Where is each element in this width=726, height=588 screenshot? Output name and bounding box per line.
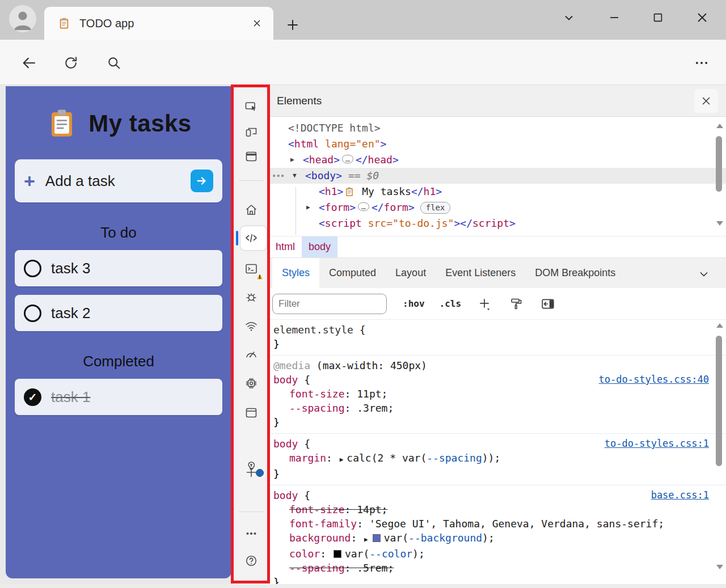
browser-frame-icon[interactable] (241, 146, 261, 167)
task-checkbox[interactable]: ✓ (24, 388, 41, 406)
styles-scrollbar[interactable] (715, 320, 724, 585)
css-declaration[interactable]: --spacing: .3rem; (269, 401, 726, 415)
collapsed-content-pill[interactable]: … (342, 155, 353, 163)
pseudo-state-toggle[interactable]: :hov (403, 298, 425, 309)
application-tool-icon[interactable] (241, 403, 261, 423)
dom-node-line[interactable]: ▶<head>…</head> (269, 152, 726, 168)
task-item[interactable]: task 2 (15, 295, 222, 331)
brush-paint-roller-icon[interactable] (508, 295, 525, 312)
refresh-button[interactable] (62, 54, 79, 71)
css-selector-line[interactable]: body {to-do-styles.css:1 (269, 437, 726, 451)
task-checkbox[interactable] (24, 304, 41, 322)
breadcrumb-html[interactable]: html (269, 236, 302, 257)
breadcrumb-body[interactable]: body (302, 236, 337, 257)
collapsed-content-pill[interactable]: … (358, 202, 369, 211)
profile-avatar[interactable] (9, 5, 36, 32)
browser-tab[interactable]: TODO app (44, 7, 273, 40)
code-token: body (311, 170, 336, 181)
stylesheet-link[interactable]: base.css:1 (651, 488, 709, 502)
code-token: < (319, 201, 325, 213)
browser-titlebar: TODO app (0, 0, 726, 40)
dom-tree-scrollbar[interactable] (715, 119, 724, 234)
dom-node-line[interactable]: •••▼<body> == $0 (269, 168, 726, 184)
tab-dom-breakpoints[interactable]: DOM Breakpoints (525, 258, 625, 288)
back-button[interactable] (20, 54, 37, 71)
scroll-down-arrow[interactable] (716, 221, 723, 226)
scroll-up-arrow[interactable] (716, 124, 723, 128)
css-declaration[interactable]: margin: ▶calc(2 * var(--spacing)); (269, 451, 726, 467)
devtools-close-icon[interactable] (694, 89, 718, 113)
node-menu-dots[interactable]: ••• (272, 168, 284, 184)
color-swatch[interactable] (373, 534, 381, 542)
clipboard-icon (58, 17, 70, 29)
css-declaration[interactable]: font-family: 'Segoe UI', Tahoma, Geneva,… (269, 517, 726, 531)
settings-more-icon[interactable] (693, 54, 710, 71)
styles-filter-input[interactable] (272, 294, 387, 314)
new-style-rule-plus-icon[interactable] (476, 295, 493, 312)
expand-arrow[interactable]: ▼ (293, 168, 297, 184)
console-tool-icon[interactable] (241, 259, 261, 279)
dom-node-line[interactable]: ▶<form>…</form>flex (269, 200, 726, 215)
window-minimize-button[interactable] (601, 6, 627, 29)
css-selector-line[interactable]: element.style { (269, 323, 726, 337)
flex-layout-badge[interactable]: flex (420, 202, 451, 214)
scroll-up-arrow[interactable] (716, 323, 723, 328)
expand-arrow[interactable]: ▶ (306, 200, 310, 215)
css-variable-link[interactable]: --spacing (427, 452, 482, 464)
tabs-overflow-chevron-icon[interactable] (697, 266, 711, 281)
expand-value-arrow[interactable]: ▶ (340, 452, 344, 467)
css-rule: body {base.css:1font-size: 14pt;font-fam… (269, 485, 726, 588)
scrollbar-thumb[interactable] (716, 136, 722, 192)
scrollbar-thumb[interactable] (716, 336, 722, 466)
performance-tool-icon[interactable] (241, 345, 261, 365)
color-swatch[interactable] (334, 550, 341, 558)
more-tools-plus-icon[interactable] (241, 462, 261, 483)
tab-computed[interactable]: Computed (319, 258, 386, 288)
inspect-tool-icon[interactable] (241, 96, 261, 117)
debugger-bug-icon[interactable] (241, 287, 261, 307)
tab-styles[interactable]: Styles (272, 258, 319, 288)
window-close-button[interactable] (689, 6, 715, 29)
css-declaration[interactable]: color: var(--color); (269, 547, 726, 561)
scroll-down-arrow[interactable] (716, 565, 723, 569)
task-item[interactable]: task 3 (15, 250, 222, 286)
new-tab-button[interactable] (282, 15, 303, 35)
code-token: > (454, 217, 460, 229)
more-options-icon[interactable] (241, 523, 261, 544)
help-icon[interactable] (241, 551, 261, 571)
dom-node-line[interactable]: <h1> My tasks</h1> (269, 184, 726, 200)
css-declaration[interactable]: font-size: 14pt; (269, 502, 726, 517)
memory-tool-icon[interactable] (241, 373, 261, 394)
elements-tool-icon[interactable] (241, 228, 261, 248)
window-maximize-button[interactable] (645, 6, 671, 29)
task-item[interactable]: ✓task 1 (15, 379, 222, 415)
expand-value-arrow[interactable]: ▶ (364, 532, 368, 547)
dom-node-line[interactable]: <html lang="en"> (269, 136, 726, 152)
add-task-input[interactable]: + Add a task (15, 159, 222, 202)
network-tool-icon[interactable] (241, 316, 261, 336)
tab-actions-chevron-icon[interactable] (556, 6, 582, 29)
tab-event-listeners[interactable]: Event Listeners (436, 258, 525, 288)
dom-node-line[interactable]: <script src="to-do.js"></script> (269, 215, 726, 231)
tab-close-icon[interactable] (248, 15, 265, 32)
css-selector-line[interactable]: body {base.css:1 (269, 488, 726, 502)
welcome-home-icon[interactable] (241, 200, 261, 220)
submit-task-button[interactable] (191, 170, 213, 192)
css-declaration[interactable]: background: ▶var(--background); (269, 531, 726, 547)
dom-node-line[interactable]: <!DOCTYPE html> (269, 120, 726, 136)
css-variable-link[interactable]: --background (408, 532, 482, 544)
css-declaration[interactable]: font-size: 11pt; (269, 387, 726, 401)
task-checkbox[interactable] (24, 260, 41, 277)
toggle-sidebar-icon[interactable] (539, 295, 556, 312)
css-selector-line[interactable]: body {to-do-styles.css:40 (269, 373, 726, 387)
tab-layout[interactable]: Layout (386, 258, 436, 288)
stylesheet-link[interactable]: to-do-styles.css:40 (599, 373, 709, 387)
css-variable-link[interactable]: --color (369, 548, 412, 560)
device-emulation-icon[interactable] (241, 121, 261, 142)
stylesheet-link[interactable]: to-do-styles.css:1 (605, 437, 709, 451)
css-declaration[interactable]: --spacing: .5rem; (269, 561, 726, 575)
code-token: > (408, 201, 415, 213)
search-icon[interactable] (105, 54, 123, 71)
element-class-toggle[interactable]: .cls (440, 298, 462, 309)
expand-arrow[interactable]: ▶ (290, 152, 294, 168)
